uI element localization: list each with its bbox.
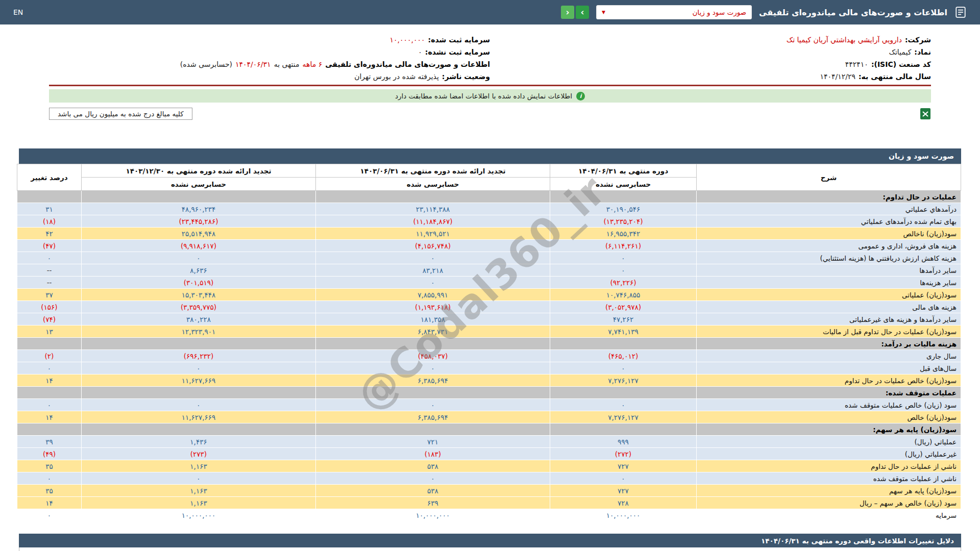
company-info-section: شرکت: دارويي آرايشي بهداشتي آريان کيميا … — [49, 34, 931, 83]
value-cell: ۰ — [82, 362, 316, 374]
section-row: هزينه ماليات بر درآمد: — [17, 338, 961, 350]
value-cell: ۳۰,۱۹۰,۵۴۶ — [550, 203, 697, 215]
value-cell: (۴,۱۵۶,۷۴۸) — [316, 240, 550, 252]
change-percent-cell: (۱۵۶) — [17, 301, 82, 313]
value-cell: (۲۳,۴۴۵,۲۸۶) — [82, 215, 316, 228]
section-empty-cell — [17, 387, 82, 399]
table-row: سال جاری(۴۶۵,۰۱۲)(۴۵۸,۰۳۷)(۶۹۶,۲۳۲)(۲) — [17, 350, 961, 362]
col-header-change-percent: درصد تغییر — [17, 164, 82, 191]
table-row: هزينه کاهش ارزش دريافتني ها (هزينه استثن… — [17, 252, 961, 264]
value-cell: (۲۷۲) — [550, 448, 697, 460]
change-percent-cell: (۲) — [17, 350, 82, 362]
table-row: عملياتي (ريال)۹۹۹۷۲۱۱,۴۳۶۳۹ — [17, 436, 961, 448]
section-label: عملیات در حال تداوم: — [697, 191, 961, 203]
section-empty-cell — [316, 338, 550, 350]
value-cell: ۱۰,۰۰۰,۰۰۰ — [550, 509, 697, 521]
change-percent-cell: ۳۱ — [17, 203, 82, 215]
row-description: ناشي از عمليات در حال تداوم — [697, 460, 961, 472]
value-cell: ۵۳۸ — [316, 460, 550, 472]
change-percent-cell: ۰ — [17, 362, 82, 374]
value-cell: ۱,۱۶۳ — [82, 460, 316, 472]
table-row: سود(زيان) خالص عمليات در حال تداوم۷,۲۷۶,… — [17, 374, 961, 387]
row-description: بهای تمام شده درآمدهای عملياتي — [697, 215, 961, 228]
value-cell: (۶,۱۱۴,۲۶۱) — [550, 240, 697, 252]
table-row: ناشي از عمليات متوقف شده۰۰۰۰ — [17, 472, 961, 485]
value-cell: (۱,۱۹۳,۶۱۸) — [316, 301, 550, 313]
value-cell: (۴۶۵,۰۱۲) — [550, 350, 697, 362]
isic-row: کد صنعت (ISIC): ۴۴۲۴۱۰ — [490, 58, 931, 70]
value-cell: ۶,۳۸۵,۶۹۴ — [316, 374, 550, 387]
section-empty-cell — [17, 338, 82, 350]
value-cell: ۰ — [550, 399, 697, 411]
row-description: سود (زيان) خالص هر سهم – ريال — [697, 497, 961, 509]
row-description: سود(زيان) عمليات در حال تداوم قبل از مال… — [697, 325, 961, 338]
section-empty-cell — [82, 191, 316, 203]
pl-table: شرح دوره منتهی به ۱۴۰۴/۰۶/۳۱ تجدید ارائه… — [17, 164, 961, 521]
change-percent-cell: (۴۷) — [17, 240, 82, 252]
value-cell: ۰ — [550, 252, 697, 264]
pl-statement-section: صورت سود و زیان شرح دوره منتهی به ۱۴۰۴/۰… — [19, 148, 961, 521]
value-cell: ۶,۸۴۳,۷۳۱ — [316, 325, 550, 338]
section-empty-cell — [550, 338, 697, 350]
value-cell: (۶۹۶,۲۳۲) — [82, 350, 316, 362]
table-row: سود(زيان) عمليات در حال تداوم قبل از مال… — [17, 325, 961, 338]
change-percent-cell: (۱۸) — [17, 215, 82, 228]
value-cell: ۶۳۹ — [316, 497, 550, 509]
value-cell: ۱۵,۳۰۳,۴۴۸ — [82, 289, 316, 301]
excel-export-icon[interactable] — [920, 108, 931, 120]
value-cell: ۳۸۰,۲۲۸ — [82, 313, 316, 325]
section-empty-cell — [316, 191, 550, 203]
table-row: ناشي از عمليات در حال تداوم۷۲۷۵۳۸۱,۱۶۳۳۵ — [17, 460, 961, 472]
value-cell: ۱۱,۶۲۷,۶۶۹ — [82, 411, 316, 423]
col-header-description: شرح — [697, 164, 961, 191]
header-main-group: اطلاعات و صورت‌های مالی میاندوره‌ای تلفی… — [561, 5, 967, 19]
unregistered-capital-value: ۰ — [418, 48, 422, 56]
row-description: سود(زيان) خالص عمليات در حال تداوم — [697, 374, 961, 387]
page: اطلاعات و صورت‌های مالی میاندوره‌ای تلفی… — [0, 0, 980, 551]
value-cell: ۰ — [82, 252, 316, 264]
change-percent-cell: ۰ — [17, 472, 82, 485]
col-subheader-audit-midyear: حسابرسی شده — [316, 178, 550, 191]
value-cell: ۱۰,۰۰۰,۰۰۰ — [316, 509, 550, 521]
section-label: سود(زيان) پايه هر سهم: — [697, 423, 961, 436]
footer-empty-box — [19, 547, 961, 551]
nav-back-button[interactable]: ‹ — [561, 6, 574, 19]
fiscal-year-value: ۱۴۰۴/۱۲/۲۹ — [820, 72, 855, 81]
value-cell: ۱۱,۶۲۷,۶۶۹ — [82, 374, 316, 387]
pl-table-header: شرح دوره منتهی به ۱۴۰۴/۰۶/۳۱ تجدید ارائه… — [17, 164, 961, 191]
value-cell: ۷,۸۵۵,۹۹۱ — [316, 289, 550, 301]
value-cell: ۷,۲۷۶,۱۲۷ — [550, 411, 697, 423]
value-cell: ۷,۲۷۶,۱۲۷ — [550, 374, 697, 387]
col-subheader-audit-current: حسابرسی نشده — [550, 178, 697, 191]
row-description: سود(زيان) خالص — [697, 411, 961, 423]
table-row: سال‌های قبل۰۰۰۰ — [17, 362, 961, 374]
registered-capital-label: سرمايه ثبت شده: — [428, 36, 490, 44]
value-cell: ۱,۴۳۶ — [82, 436, 316, 448]
section-empty-cell — [316, 423, 550, 436]
change-percent-cell: ۱۴ — [17, 374, 82, 387]
value-cell: ۰ — [316, 472, 550, 485]
value-cell: ۱۰,۰۰۰,۰۰۰ — [82, 509, 316, 521]
report-type-select[interactable]: صورت سود و زیان ▼ — [596, 5, 752, 19]
row-description: ناشي از عمليات متوقف شده — [697, 472, 961, 485]
language-toggle-en[interactable]: EN — [13, 8, 23, 16]
chevron-down-icon: ▼ — [602, 10, 605, 15]
table-row: بهای تمام شده درآمدهای عملياتي(۱۳,۲۳۵,۲۰… — [17, 215, 961, 228]
period-statement-row: اطلاعات و صورت‌های مالی میاندوره‌ای تلفی… — [49, 58, 490, 70]
row-description: ساير درآمدها و هزينه های غيرعملياتی — [697, 313, 961, 325]
row-description: سود(زيان) پايه هر سهم — [697, 485, 961, 497]
table-row: درآمدهاي عملياتي۳۰,۱۹۰,۵۴۶۲۳,۱۱۴,۳۸۸۴۸,۹… — [17, 203, 961, 215]
change-percent-cell: (۷۴) — [17, 313, 82, 325]
value-cell: ۱,۱۶۳ — [82, 497, 316, 509]
period-duration: ۶ ماهه — [303, 60, 323, 68]
company-info-left-column: سرمايه ثبت شده: ۱۰,۰۰۰,۰۰۰ سرمايه ثبت نش… — [49, 34, 490, 83]
nav-forward-button[interactable]: › — [576, 6, 589, 19]
change-percent-cell: -- — [17, 264, 82, 277]
row-description: ساير درآمدها — [697, 264, 961, 277]
change-percent-cell: ۱۴ — [17, 411, 82, 423]
value-cell: ۷,۷۴۱,۱۳۹ — [550, 325, 697, 338]
publisher-status-row: وضعيت ناشر: پذيرفته شده در بورس تهران — [49, 70, 490, 83]
row-description: سال جاری — [697, 350, 961, 362]
top-header-bar: اطلاعات و صورت‌های مالی میاندوره‌ای تلفی… — [0, 0, 980, 24]
col-header-period-restated-yearend: تجدید ارائه شده دوره منتهی به ۱۴۰۳/۱۲/۳۰ — [82, 164, 316, 178]
